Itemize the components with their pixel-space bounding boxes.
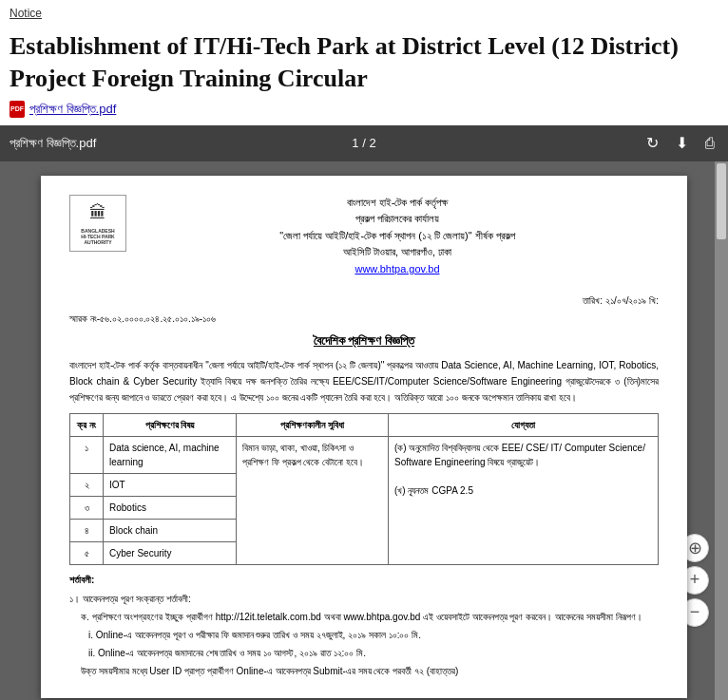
condition-item: ক. প্রশিক্ষণে অংশগ্রহণের ইচ্ছুক প্রার্থী… (81, 609, 659, 625)
header-line3: "জেলা পর্যায়ে আইটি/হাই-টেক পার্ক স্থাপন… (136, 228, 659, 245)
page-title: Establishment of IT/Hi-Tech Park at Dist… (0, 25, 728, 99)
table-row: ১ Data science, AI, machine learning বিম… (70, 437, 659, 474)
pdf-print-button[interactable]: ⎙ (701, 133, 718, 154)
main-heading: বৈদেশিক প্রশিক্ষণ বিজ্ঞপ্তি (69, 331, 659, 350)
pdf-download-button[interactable]: ⬇ (672, 132, 692, 154)
pdf-toolbar-title: প্রশিক্ষণ বিজ্ঞপ্তি.pdf (10, 136, 642, 151)
pdf-viewer-area: ⊕ + − 🏛 BANGLADESHHI-TECH PARKAUTHORITY … (0, 161, 728, 700)
pdf-header: বাংলাদেশ হাই-টেক পার্ক কর্তৃপক্ষ প্রকল্প… (136, 195, 659, 278)
breadcrumb-link[interactable]: Notice (10, 7, 42, 20)
pdf-logo: 🏛 BANGLADESHHI-TECH PARKAUTHORITY (69, 195, 126, 252)
table-header-num: ক্র নং (70, 414, 104, 437)
header-line1: বাংলাদেশ হাই-টেক পার্ক কর্তৃপক্ষ (136, 195, 659, 212)
header-line2: প্রকল্প পরিচালকের কার্যালয় (136, 211, 659, 228)
smarak-line: স্মারক নং-৫৬.০২.০০০০.০২৪.২৫.০১০.১৯-১০৬ (69, 312, 659, 326)
pdf-icon: PDF (10, 101, 25, 118)
pdf-reload-button[interactable]: ↻ (642, 132, 662, 154)
header-line5: www.bhtpa.gov.bd (136, 261, 659, 278)
date-line: তারিখ: ২১/০৭/২০১৯ খি: (69, 293, 659, 308)
condition-item: উক্ত সময়সীমার মধ্যে User ID প্রাপ্ত প্র… (81, 663, 659, 679)
header-line4: আইসিটি টাওয়ার, আগারগাঁও, ঢাকা (136, 244, 659, 261)
condition-item: ii. Online-এ আবেদনপত্র জমাদানের শেষ তারি… (88, 645, 659, 661)
conditions-list: ১। আবেদনপত্র পূরণ সংক্রান্ত শর্তাবলী: ক.… (69, 591, 659, 679)
condition-item: i. Online-এ আবেদনপত্র পূরণ ও পরীক্ষার ফি… (88, 627, 659, 643)
breadcrumb: Notice (0, 0, 728, 25)
scrollbar-thumb[interactable] (717, 163, 726, 239)
table-header-eligibility: যোগ্যতা (389, 414, 659, 437)
pdf-scrollbar[interactable] (715, 161, 728, 700)
pdf-toolbar: প্রশিক্ষণ বিজ্ঞপ্তি.pdf 1 / 2 ↻ ⬇ ⎙ (0, 125, 728, 161)
condition-item: ১। আবেদনপত্র পূরণ সংক্রান্ত শর্তাবলী: (69, 591, 659, 607)
pdf-page: 🏛 BANGLADESHHI-TECH PARKAUTHORITY বাংলাদ… (41, 176, 687, 698)
training-table: ক্র নং প্রশিক্ষণের বিষয় প্রশিক্ষণকালীন … (69, 413, 659, 565)
pdf-page-info: 1 / 2 (352, 136, 375, 150)
pdf-toolbar-actions: ↻ ⬇ ⎙ (642, 132, 718, 154)
table-header-facility: প্রশিক্ষণকালীন সুবিধা (237, 414, 389, 437)
table-header-subject: প্রশিক্ষণের বিষয় (104, 414, 237, 437)
pdf-filename-link[interactable]: প্রশিক্ষণ বিজ্ঞপ্তি.pdf (29, 102, 116, 117)
conditions-title: শর্তাবলী: (69, 573, 659, 587)
body-text: বাংলাদেশ হাই-টেক পার্ক কর্তৃক বাস্তবায়ন… (69, 357, 659, 406)
pdf-attachment: PDF প্রশিক্ষণ বিজ্ঞপ্তি.pdf (0, 99, 728, 125)
